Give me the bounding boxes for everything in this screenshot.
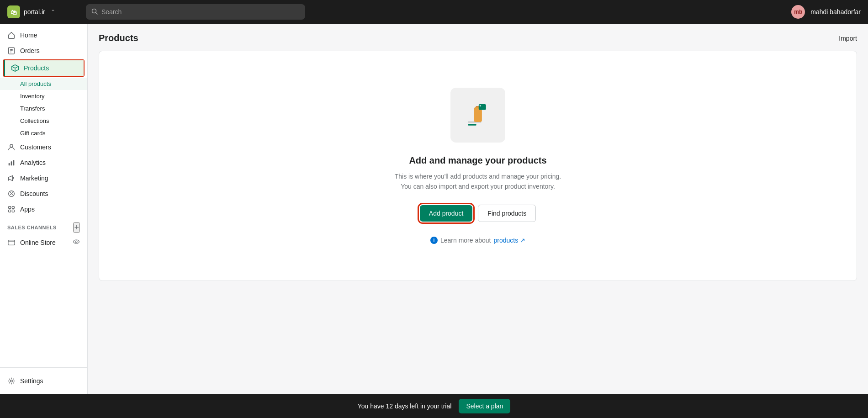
trial-bar: You have 12 days left in your trial Sele… (0, 394, 868, 418)
import-button[interactable]: Import (839, 35, 857, 42)
svg-rect-30 (479, 104, 486, 110)
topbar: 🛍 portal.ir ⌃ mb mahdi bahadorfar (0, 0, 868, 24)
page-title: Products (99, 33, 138, 43)
analytics-icon (7, 159, 16, 167)
svg-rect-20 (9, 210, 11, 212)
online-store-label: Online Store (20, 239, 56, 246)
card-description: This is where you'll add products and ma… (391, 171, 565, 192)
sidebar-item-customers-label: Customers (20, 143, 51, 151)
sidebar-item-products[interactable]: Products (4, 60, 84, 76)
online-store-icon (7, 238, 16, 247)
sidebar-item-settings[interactable]: Settings (0, 373, 87, 389)
discounts-icon (7, 190, 16, 198)
sidebar-subitem-collections[interactable]: Collections (0, 115, 87, 127)
main-content-area: Products Import (88, 24, 868, 394)
svg-rect-12 (13, 160, 15, 166)
svg-point-9 (10, 144, 13, 147)
svg-point-25 (75, 241, 77, 243)
sales-channels-label: SALES CHANNELS (7, 225, 57, 230)
svg-rect-19 (12, 206, 14, 209)
svg-point-24 (74, 240, 79, 243)
products-icon (11, 64, 19, 72)
sidebar-subitem-all-products[interactable]: All products (0, 78, 87, 90)
sidebar-item-online-store[interactable]: Online Store (0, 234, 87, 250)
sidebar-subitem-collections-label: Collections (20, 117, 49, 124)
sidebar-subitem-all-products-label: All products (20, 80, 51, 87)
external-link-icon: ↗ (520, 237, 525, 244)
card-title: Add and manage your products (409, 155, 546, 166)
settings-icon (7, 377, 16, 385)
svg-text:🛍: 🛍 (11, 9, 17, 16)
sidebar-item-products-label: Products (24, 64, 49, 72)
learn-more-prefix: Learn more about (440, 237, 491, 244)
product-illustration (450, 88, 505, 143)
customers-icon (7, 143, 16, 151)
select-plan-button[interactable]: Select a plan (459, 399, 510, 413)
online-store-view-button[interactable] (73, 238, 80, 247)
sidebar-subitem-gift-cards-label: Gift cards (20, 130, 46, 137)
main-header: Products Import (88, 24, 868, 51)
info-icon: i (430, 237, 438, 244)
sidebar-item-orders[interactable]: Orders (0, 43, 87, 58)
sidebar-footer: Settings (0, 367, 87, 394)
marketing-icon (7, 174, 16, 182)
find-products-button[interactable]: Find products (478, 205, 536, 222)
avatar: mb (791, 5, 805, 19)
svg-rect-21 (12, 210, 14, 212)
sidebar-item-discounts-label: Discounts (20, 190, 48, 197)
add-sales-channel-button[interactable]: + (73, 222, 80, 233)
sidebar-item-apps-label: Apps (20, 206, 35, 213)
svg-point-31 (480, 105, 482, 107)
sidebar-subitem-gift-cards[interactable]: Gift cards (0, 127, 87, 139)
sidebar-nav: Home Orders Products All p (0, 24, 87, 367)
sidebar-subitem-transfers[interactable]: Transfers (0, 102, 87, 115)
sidebar-item-apps[interactable]: Apps (0, 201, 87, 217)
add-product-button[interactable]: Add product (420, 205, 473, 222)
username: mahdi bahadorfar (810, 8, 861, 16)
svg-point-16 (10, 192, 11, 193)
sales-channels-section: SALES CHANNELS + (0, 217, 87, 234)
svg-line-3 (96, 12, 98, 14)
sidebar-item-marketing-label: Marketing (20, 175, 48, 182)
topbar-right: mb mahdi bahadorfar (791, 5, 861, 19)
sidebar-item-marketing[interactable]: Marketing (0, 170, 87, 186)
home-icon (7, 31, 16, 39)
brand-name: portal.ir (24, 8, 45, 16)
svg-rect-18 (9, 206, 11, 209)
svg-point-26 (11, 380, 13, 382)
sidebar-subitem-transfers-label: Transfers (20, 105, 45, 112)
products-empty-card: Add and manage your products This is whe… (99, 51, 857, 281)
trial-text: You have 12 days left in your trial (358, 402, 452, 410)
brand-arrow-icon: ⌃ (51, 9, 55, 15)
sidebar-subitem-inventory[interactable]: Inventory (0, 90, 87, 102)
svg-rect-22 (8, 240, 15, 245)
card-actions: Add product Find products (420, 205, 536, 222)
learn-more-link[interactable]: products ↗ (493, 237, 525, 244)
svg-point-17 (12, 194, 13, 195)
sidebar-item-home-label: Home (20, 32, 37, 39)
brand-area: 🛍 portal.ir ⌃ (7, 5, 80, 18)
products-item-wrapper: Products (3, 59, 85, 77)
sidebar-item-customers[interactable]: Customers (0, 139, 87, 155)
sidebar-subitem-inventory-label: Inventory (20, 93, 44, 100)
search-bar[interactable] (86, 4, 305, 20)
main-content: Add and manage your products This is whe… (88, 51, 868, 394)
sidebar-item-discounts[interactable]: Discounts (0, 186, 87, 201)
sidebar-item-analytics-label: Analytics (20, 159, 46, 166)
sidebar-item-home[interactable]: Home (0, 27, 87, 43)
online-store-left: Online Store (7, 238, 56, 247)
search-input[interactable] (101, 8, 300, 16)
search-icon (91, 8, 98, 16)
shopify-logo-icon: 🛍 (7, 5, 20, 18)
learn-more-section: i Learn more about products ↗ (430, 237, 525, 244)
layout: Home Orders Products All p (0, 24, 868, 394)
svg-rect-10 (9, 163, 10, 165)
apps-icon (7, 205, 16, 213)
sidebar-item-settings-label: Settings (20, 377, 43, 385)
sidebar: Home Orders Products All p (0, 24, 88, 394)
sidebar-item-orders-label: Orders (20, 47, 40, 54)
orders-icon (7, 47, 16, 55)
svg-rect-11 (11, 161, 12, 165)
sidebar-item-analytics[interactable]: Analytics (0, 155, 87, 170)
